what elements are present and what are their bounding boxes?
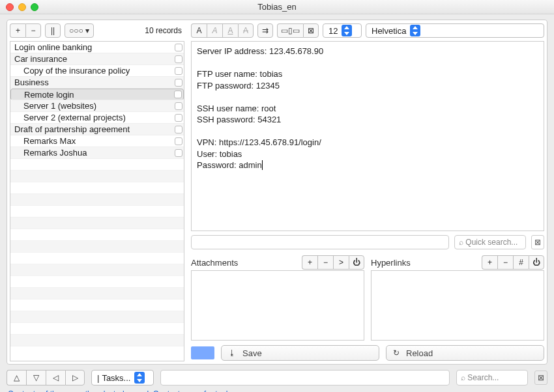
list-item-empty (10, 253, 184, 264)
style-plain-button[interactable]: A (191, 23, 207, 38)
list-item-empty (10, 171, 184, 182)
record-pause-button[interactable]: || (45, 23, 61, 38)
hyperlink-add-button[interactable]: + (482, 255, 497, 270)
reload-button[interactable]: ↻ Reload (386, 345, 544, 361)
list-item[interactable]: Remarks Max (10, 135, 184, 147)
list-item-checkbox[interactable] (175, 137, 182, 145)
attachment-add-button[interactable]: + (302, 255, 317, 270)
nav-down-button[interactable]: ▽ (26, 370, 46, 385)
attachments-title: Attachments (191, 258, 238, 268)
list-item-checkbox[interactable] (175, 114, 182, 122)
list-item-empty (10, 182, 184, 194)
quick-search-clear-button[interactable]: ⊠ (531, 235, 544, 249)
list-item-empty (10, 276, 184, 288)
filter-input[interactable] (191, 235, 449, 249)
list-item-empty (10, 229, 184, 241)
style-strike-button[interactable]: A (238, 23, 254, 38)
list-item-checkbox[interactable] (175, 102, 182, 110)
list-item[interactable]: Business (10, 77, 184, 89)
ruler-button[interactable]: ⇉ (257, 23, 273, 38)
list-item-label: Draft of partnership agreement (14, 124, 172, 134)
hyperlink-remove-button[interactable]: − (497, 255, 513, 270)
hyperlinks-list[interactable] (371, 270, 544, 341)
nav-left-button[interactable]: ◁ (46, 370, 65, 385)
list-item[interactable]: Server 1 (websites) (10, 100, 184, 112)
layout-clear-button[interactable]: ⊠ (303, 23, 319, 38)
tasks-label: Tasks... (102, 373, 130, 383)
save-label: Save (242, 348, 262, 358)
style-italic-button[interactable]: A (207, 23, 222, 38)
save-icon: ⭳ (228, 349, 236, 357)
save-button[interactable]: ⭳ Save (221, 345, 379, 361)
attachments-list[interactable] (191, 270, 364, 341)
list-item-empty (10, 217, 184, 229)
record-add-button[interactable]: + (10, 23, 25, 38)
attachment-remove-button[interactable]: − (317, 255, 333, 270)
list-item-label: Business (14, 77, 172, 87)
list-item-checkbox[interactable] (174, 91, 182, 98)
list-item-empty (10, 194, 184, 206)
list-item[interactable]: Server 2 (external projects) (10, 112, 184, 124)
list-item-label: Server 2 (external projects) (14, 113, 172, 122)
list-item[interactable]: Remarks Joshua (10, 147, 184, 159)
list-item-checkbox[interactable] (175, 44, 182, 51)
list-item[interactable]: Car insurance (10, 53, 184, 65)
list-item-label: Copy of the insurance policy (14, 66, 172, 76)
stepper-icon (342, 25, 352, 36)
list-item-empty (10, 323, 184, 335)
list-item-checkbox[interactable] (175, 126, 182, 133)
list-item-empty (10, 159, 184, 171)
style-underline-button[interactable]: A (222, 23, 238, 38)
list-item-checkbox[interactable] (175, 79, 182, 87)
list-item-empty (10, 264, 184, 276)
stepper-icon (134, 372, 145, 384)
window-title: Tobias_en (0, 2, 554, 12)
list-item-empty (10, 206, 184, 217)
footer-search-placeholder: Search... (467, 373, 499, 382)
list-item-empty (10, 335, 184, 346)
list-item-label: Login online banking (14, 42, 172, 52)
quick-search-input[interactable]: ⌕ Quick search... (454, 235, 526, 249)
nav-up-button[interactable]: △ (7, 370, 26, 385)
record-remove-button[interactable]: − (25, 23, 41, 38)
attachment-power-button[interactable]: ⏻ (349, 255, 364, 270)
hyperlinks-title: Hyperlinks (371, 258, 411, 268)
list-item-empty (10, 300, 184, 311)
list-item[interactable]: Login online banking (10, 42, 184, 53)
footer-search-input[interactable]: ⌕ Search... (456, 370, 528, 385)
footer-clear-button[interactable]: ⊠ (534, 371, 547, 385)
status-hint: Contents of the currently selected recor… (8, 389, 546, 392)
list-item-label: Server 1 (websites) (14, 101, 172, 111)
record-more-button[interactable]: ○○○ ▾ (65, 23, 94, 38)
nav-right-button[interactable]: ▷ (65, 370, 85, 385)
list-item-checkbox[interactable] (175, 67, 182, 75)
color-swatch[interactable] (191, 346, 214, 359)
font-family-value: Helvetica (372, 26, 406, 36)
tasks-select[interactable]: | Tasks... (91, 370, 154, 385)
records-count-label: 10 records (145, 26, 184, 35)
hyperlink-hash-button[interactable]: # (513, 255, 529, 270)
font-size-value: 12 (328, 26, 338, 36)
list-item-label: Remarks Joshua (14, 148, 172, 158)
font-size-select[interactable]: 12 (323, 23, 362, 38)
layout-gallery-button[interactable]: ▭▯▭ (277, 23, 303, 38)
list-item[interactable]: Remote login (10, 89, 184, 100)
list-item-checkbox[interactable] (175, 55, 182, 63)
stepper-icon (410, 25, 420, 36)
list-item[interactable]: Draft of partnership agreement (10, 124, 184, 135)
font-family-select[interactable]: Helvetica (366, 23, 544, 38)
hyperlink-power-button[interactable]: ⏻ (529, 255, 544, 270)
list-item[interactable]: Copy of the insurance policy (10, 65, 184, 77)
record-editor[interactable]: Server IP address: 123.45.678.90 FTP use… (191, 41, 544, 231)
reload-label: Reload (406, 348, 433, 358)
list-item-checkbox[interactable] (175, 149, 182, 157)
list-item-label: Remarks Max (14, 136, 172, 146)
footer-input[interactable] (160, 370, 450, 385)
search-icon: ⌕ (459, 238, 463, 246)
list-item-label: Car insurance (14, 54, 172, 64)
list-item-label: Remote login (15, 90, 171, 100)
list-item-empty (10, 288, 184, 300)
quick-search-placeholder: Quick search... (465, 238, 518, 247)
records-list[interactable]: Login online bankingCar insuranceCopy of… (10, 41, 184, 361)
attachment-open-button[interactable]: > (333, 255, 349, 270)
